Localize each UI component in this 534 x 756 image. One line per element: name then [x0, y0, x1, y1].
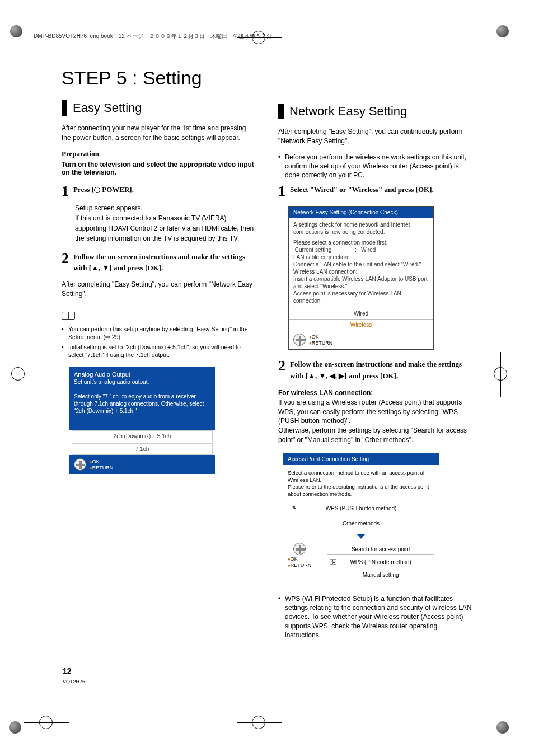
- step-2: 2 Follow the on-screen instructions and …: [62, 251, 256, 275]
- preparation-body: Turn on the television and select the ap…: [62, 161, 256, 176]
- left-column: Easy Setting After connecting your new p…: [62, 100, 256, 642]
- screen-line: Current setting : Wired: [293, 246, 429, 253]
- print-dot: [496, 25, 509, 37]
- pre-bullets: Before you perform the wireless network …: [278, 153, 472, 180]
- wireless-heading: For wireless LAN connection:: [278, 389, 472, 397]
- page-num: 12: [63, 666, 85, 675]
- screen-line: Please select a connection mode first.: [293, 239, 429, 246]
- opt-label: WPS (PUSH button method): [326, 505, 397, 511]
- sub-option-search: Search for access point: [327, 544, 434, 555]
- crop-mark: [252, 31, 265, 44]
- sub-option-pin: ⇅WPS (PIN code method): [327, 557, 434, 567]
- screen-block: Please select a connection mode first. C…: [289, 239, 433, 308]
- ok-label: OK: [309, 334, 332, 340]
- option-other: Other methods: [288, 518, 434, 529]
- step-1: 1 Press [ POWER].: [62, 184, 256, 199]
- ok-label: OK: [90, 459, 113, 464]
- bullet-item: WPS (Wi-Fi Protected Setup) is a functio…: [278, 594, 472, 640]
- screen-title: Analog Audio Output: [74, 371, 210, 378]
- screen-title: Network Easy Setting (Connection Check): [289, 207, 433, 218]
- section-bar-icon: [278, 104, 284, 119]
- page-title: STEP 5 : Setting: [62, 67, 472, 89]
- print-dot: [496, 721, 509, 734]
- screen-line: Insert a compatible Wireless LAN Adaptor…: [293, 275, 429, 290]
- preparation-heading: Preparation: [62, 149, 256, 158]
- after-text: After completing "Easy Setting", you can…: [62, 280, 256, 299]
- chevron-down-icon: [355, 533, 367, 539]
- section-bar-icon: [62, 100, 67, 116]
- screen-desc: Select only "7.1ch" to enjoy audio from …: [74, 393, 210, 415]
- crop-mark: [39, 716, 53, 729]
- screen-line: A settings check for home network and In…: [289, 218, 433, 239]
- page-number: 12 VQT2H76: [63, 666, 85, 685]
- step-label: Press [ POWER].: [73, 184, 134, 196]
- crop-mark: [494, 367, 507, 381]
- step-number: 1: [278, 184, 285, 199]
- step1-body: Setup screen appears. If this unit is co…: [75, 203, 256, 243]
- file-header: DMP-BD85VQT2H76_eng.book 12 ページ ２００９年１２月…: [34, 32, 272, 40]
- option-wireless: Wireless: [289, 319, 433, 330]
- wireless-body: If you are using a Wireless router (Acce…: [278, 398, 472, 445]
- return-label: RETURN: [309, 340, 332, 346]
- note-item: Initial setting is set to "2ch (Downmix)…: [62, 343, 256, 359]
- step-number: 2: [62, 251, 69, 266]
- step-number: 2: [278, 359, 285, 373]
- step-label-a: Press [: [73, 185, 94, 194]
- page-code: VQT2H76: [63, 679, 85, 684]
- step-1: 1 Select "Wired" or "Wireless" and press…: [278, 184, 472, 199]
- intro-text: After completing "Easy Setting", you can…: [278, 127, 472, 146]
- wps-bullets: WPS (Wi-Fi Protected Setup) is a functio…: [278, 594, 472, 640]
- analog-audio-screen: Analog Audio Output Set unit's analog au…: [69, 367, 215, 474]
- print-dot: [10, 25, 22, 37]
- right-column: Network Easy Setting After completing "E…: [278, 100, 472, 642]
- crop-mark: [11, 367, 25, 381]
- screen-subtitle: Set unit's analog audio output.: [74, 379, 210, 385]
- note-item: You can perform this setup anytime by se…: [62, 325, 256, 341]
- step-label-b: POWER].: [100, 185, 134, 194]
- dpad-icon: [74, 458, 86, 471]
- opt-label: WPS (PIN code method): [350, 559, 411, 565]
- dpad-icon: [293, 543, 306, 555]
- return-label: RETURN: [90, 465, 113, 471]
- option-71ch: 7.1ch: [72, 443, 213, 455]
- step-label: Follow the on-screen instructions and ma…: [290, 359, 472, 382]
- screen-body: Select a connection method to use with a…: [283, 465, 439, 503]
- power-icon: [94, 187, 100, 193]
- section-title: Easy Setting: [73, 101, 142, 115]
- screen-line: LAN cable connection:: [293, 253, 429, 261]
- note-icon: [62, 312, 75, 320]
- intro-text: After connecting your new player for the…: [62, 124, 256, 143]
- screen-title: Access Point Connection Setting: [283, 453, 439, 465]
- option-wired: Wired: [289, 308, 433, 319]
- step-label: Follow the on-screen instructions and ma…: [73, 251, 256, 275]
- sub-option-manual: Manual setting: [327, 570, 434, 580]
- network-check-screen: Network Easy Setting (Connection Check) …: [288, 206, 434, 350]
- screen-line: Connect a LAN cable to the unit and sele…: [293, 261, 429, 268]
- option-wps-push: ⇅WPS (PUSH button method): [288, 503, 434, 514]
- print-dot: [9, 721, 21, 734]
- step-number: 1: [62, 184, 69, 199]
- notes-list: You can perform this setup anytime by se…: [62, 325, 256, 359]
- step-2: 2 Follow the on-screen instructions and …: [278, 359, 472, 382]
- access-point-screen: Access Point Connection Setting Select a…: [283, 453, 439, 586]
- screen-line: Wireless LAN connection:: [293, 268, 429, 275]
- return-label: RETURN: [288, 562, 311, 568]
- svg-marker-0: [357, 534, 366, 539]
- crop-mark: [252, 716, 265, 729]
- step-label: Select "Wired" or "Wireless" and press […: [290, 184, 434, 196]
- swap-icon: ⇅: [330, 559, 336, 565]
- dpad-icon: [293, 334, 306, 346]
- bullet-item: Before you perform the wireless network …: [278, 153, 472, 180]
- ok-label: OK: [288, 556, 311, 562]
- section-title: Network Easy Setting: [289, 104, 407, 119]
- option-2ch: 2ch (Downmix) + 5.1ch: [72, 430, 213, 442]
- swap-icon: ⇅: [291, 505, 297, 510]
- screen-line: Access point is necessary for Wireless L…: [293, 290, 429, 304]
